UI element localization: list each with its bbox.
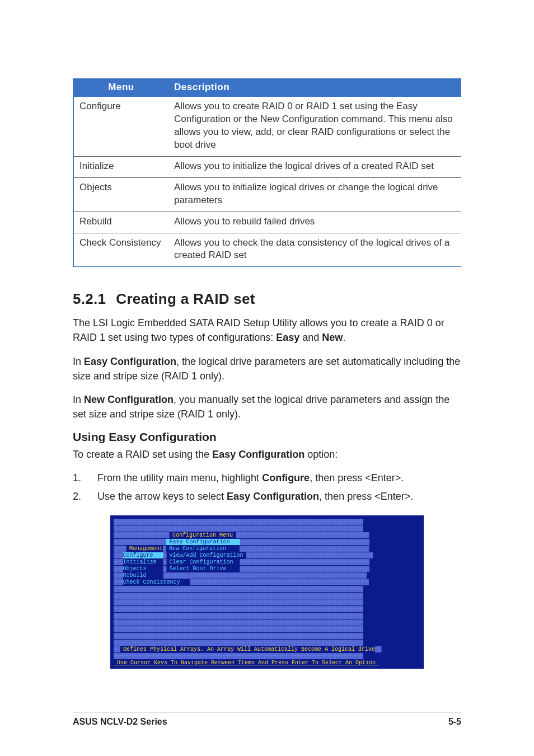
section-heading: 5.2.1Creating a RAID set [73, 290, 461, 308]
footer-right: 5-5 [448, 717, 461, 727]
paragraph-intro: The LSI Logic Embedded SATA RAID Setup U… [73, 316, 461, 345]
terminal-screenshot: ▓▓▓▓▓▓▓▓▓▓▓▓▓▓▓▓▓▓▓▓▓▓▓▓▓▓▓▓▓▓▓▓▓▓▓▓▓▓▓▓… [110, 515, 424, 669]
section-number: 5.2.1 [73, 290, 106, 307]
cell-desc: Allows you to rebuild failed drives [168, 212, 461, 233]
th-menu: Menu [73, 78, 168, 97]
table-row: Objects Allows you to initialize logical… [73, 177, 461, 212]
cell-menu: Configure [73, 97, 168, 157]
cell-desc: Allows you to create RAID 0 or RAID 1 se… [168, 97, 461, 157]
table-row: Initialize Allows you to initialize the … [73, 156, 461, 177]
th-description: Description [168, 78, 461, 97]
cell-menu: Check Consistency [73, 233, 168, 267]
terminal-item: Check Consistency [123, 579, 180, 585]
terminal-submenu-item: Clear Configuration [170, 559, 233, 565]
paragraph-instruction: To create a RAID set using the Easy Conf… [73, 447, 461, 462]
table-row: Rebuild Allows you to rebuild failed dri… [73, 212, 461, 233]
page-footer: ASUS NCLV-D2 Series 5-5 [73, 712, 461, 727]
terminal-item: Objects [123, 566, 147, 572]
terminal-submenu-item: New Configuration [169, 546, 226, 552]
paragraph-new: In New Configuration, you manually set t… [73, 392, 461, 421]
terminal-submenu-selected: Easy Configuration [170, 539, 230, 545]
cell-menu: Initialize [73, 156, 168, 177]
table-row: Configure Allows you to create RAID 0 or… [73, 97, 461, 157]
table-row: Check Consistency Allows you to check th… [73, 233, 461, 267]
cell-menu: Rebuild [73, 212, 168, 233]
terminal-status: Defines Physical Arrays. An Array Will A… [123, 646, 375, 652]
terminal-item: Rebuild [123, 572, 147, 579]
terminal-submenu-item: Select Boot Drive [170, 566, 227, 572]
cell-desc: Allows you to initialize logical drives … [168, 177, 461, 212]
section-title: Creating a RAID set [116, 290, 255, 307]
terminal-title: Configuration Menu [172, 532, 233, 538]
terminal-item: Management [129, 546, 163, 552]
terminal-submenu-item: View/Add Configuration [170, 552, 243, 558]
cell-desc: Allows you to initialize the logical dri… [168, 156, 461, 177]
footer-left: ASUS NCLV-D2 Series [73, 717, 167, 727]
steps-list: 1. From the utility main menu, highlight… [73, 471, 461, 504]
terminal-item-selected: Configure [123, 552, 153, 558]
cell-desc: Allows you to check the data consistency… [168, 233, 461, 267]
terminal-item: Initialize [123, 559, 157, 565]
list-item: 1. From the utility main menu, highlight… [73, 471, 461, 486]
menu-description-table: Menu Description Configure Allows you to… [73, 78, 461, 267]
cell-menu: Objects [73, 177, 168, 212]
list-item: 2. Use the arrow keys to select Easy Con… [73, 489, 461, 504]
paragraph-easy: In Easy Configuration, the logical drive… [73, 354, 461, 383]
terminal-hint: Use Cursor Keys To Navigate Between Item… [117, 660, 376, 666]
sub-heading: Using Easy Configuration [73, 430, 461, 444]
